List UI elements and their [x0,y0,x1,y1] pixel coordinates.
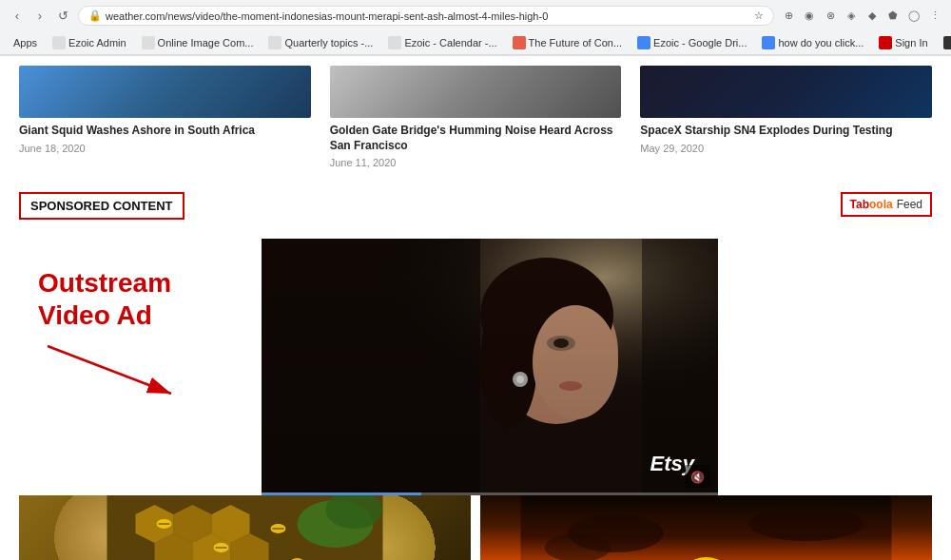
bookmark-ezoic-cal[interactable]: Ezoic - Calendar -... [382,34,502,51]
bookmark-label: The Future of Con... [529,37,622,48]
article-thumbnail-1 [19,66,311,118]
bookmark-favicon [268,36,281,49]
bookmark-label: Ezoic - Calendar -... [404,37,496,48]
star-icon[interactable]: ☆ [754,10,764,22]
sunset-svg [480,495,932,560]
bookmark-label: Quarterly topics -... [284,37,373,48]
article-thumbnail-3 [640,66,932,118]
taboola-tab-text: Tab [850,198,869,211]
bookmark-ezoic-drive[interactable]: Ezoic - Google Dri... [631,34,752,51]
bookmark-ezoic-admin[interactable]: Ezoic Admin [47,34,132,51]
article-date-3: May 29, 2020 [640,143,932,154]
bees-svg [19,495,471,560]
video-ad-section: Outstream Video Ad [19,239,932,495]
url-text: weather.com/news/video/the-moment-indone… [106,10,750,22]
back-button[interactable]: ‹ [8,7,27,26]
video-frame[interactable]: Etsy 🔇 [262,239,718,495]
reload-button[interactable]: ↺ [53,7,72,26]
article-card-2[interactable]: Golden Gate Bridge's Humming Noise Heard… [330,66,622,168]
bookmark-click[interactable]: how do you click... [756,34,869,51]
article-title-3: SpaceX Starship SN4 Explodes During Test… [640,124,932,139]
forward-button[interactable]: › [30,7,49,26]
bookmark-favicon [879,36,892,49]
video-progress-bar [262,492,718,495]
extension-icon-4[interactable]: ◈ [843,8,860,25]
sponsored-section: SPONSORED CONTENT Taboola Feed [19,183,932,239]
extension-icon-5[interactable]: ◆ [864,8,881,25]
bookmark-label: Sign In [895,37,927,48]
article-date-1: June 18, 2020 [19,143,311,154]
article-card-3[interactable]: SpaceX Starship SN4 Explodes During Test… [640,66,932,168]
article-card-1[interactable]: Giant Squid Washes Ashore in South Afric… [19,66,311,168]
bottom-thumbnail-2[interactable] [480,495,932,560]
menu-icon[interactable]: ⋮ [926,8,943,25]
bookmark-favicon [388,36,401,49]
bookmark-label: Online Image Com... [158,37,254,48]
outstream-annotation: Outstream Video Ad [38,267,190,407]
browser-actions: ⊕ ◉ ⊗ ◈ ◆ ⬟ ◯ ⋮ [780,8,943,25]
svg-point-37 [749,507,864,541]
extension-icon-2[interactable]: ◉ [801,8,818,25]
bottom-thumbnail-1[interactable] [19,495,471,560]
article-title-1: Giant Squid Washes Ashore in South Afric… [19,124,311,139]
video-controls[interactable]: 🔇 [685,465,710,488]
annotation-arrow [38,337,190,403]
taboola-badge[interactable]: Taboola Feed [841,192,932,217]
profile-icon[interactable]: ◯ [905,8,922,25]
taboola-feed-text: Feed [897,198,922,211]
browser-toolbar: ‹ › ↺ 🔒 weather.com/news/video/the-momen… [0,0,951,31]
taboola-oola-text: oola [869,198,893,211]
bookmark-quarterly[interactable]: Quarterly topics -... [262,34,378,51]
bookmark-favicon [142,36,155,49]
outstream-text-line2: Video Ad [38,299,190,332]
bookmark-label: Ezoic Admin [68,37,126,48]
bookmark-future[interactable]: The Future of Con... [507,34,628,51]
browser-chrome: ‹ › ↺ 🔒 weather.com/news/video/the-momen… [0,0,951,56]
bookmark-label: Apps [13,37,37,48]
bookmarks-bar: Apps Ezoic Admin Online Image Com... Qua… [0,31,951,55]
bottom-thumbnails-row [19,495,932,560]
address-bar[interactable]: 🔒 weather.com/news/video/the-moment-indo… [78,6,774,26]
bookmark-image[interactable]: Online Image Com... [136,34,260,51]
sponsored-label: SPONSORED CONTENT [19,192,184,220]
video-progress-fill [262,492,421,495]
article-thumbnail-2 [330,66,622,118]
page-content: Giant Squid Washes Ashore in South Afric… [0,56,951,560]
mute-icon: 🔇 [690,471,705,484]
main-wrapper: SPONSORED CONTENT Taboola Feed Outstream… [19,183,932,560]
video-wrapper: Etsy 🔇 [262,239,718,495]
bookmark-signin[interactable]: Sign In [873,34,933,51]
bookmark-favicon [762,36,775,49]
lock-icon: 🔒 [88,10,102,22]
outstream-text-line1: Outstream [38,267,190,299]
svg-line-1 [48,346,171,394]
bookmark-apps[interactable]: Apps [8,35,43,50]
articles-row: Giant Squid Washes Ashore in South Afric… [19,56,932,183]
extension-icon-1[interactable]: ⊕ [780,8,797,25]
bookmark-favicon [637,36,650,49]
extension-icon-3[interactable]: ⊗ [822,8,839,25]
article-title-2: Golden Gate Bridge's Humming Noise Heard… [330,124,622,153]
extension-icon-6[interactable]: ⬟ [884,8,902,25]
bookmark-favicon [52,36,66,49]
nav-icons: ‹ › ↺ [8,7,72,26]
bookmark-minimalist[interactable]: (3) Minimalist Low... [938,34,951,51]
bookmark-label: how do you click... [778,37,864,48]
bookmark-favicon [943,36,951,49]
taboola-logo: Taboola [850,198,893,211]
bookmark-label: Ezoic - Google Dri... [653,37,747,48]
article-date-2: June 11, 2020 [330,157,622,168]
bookmark-favicon [513,36,526,49]
